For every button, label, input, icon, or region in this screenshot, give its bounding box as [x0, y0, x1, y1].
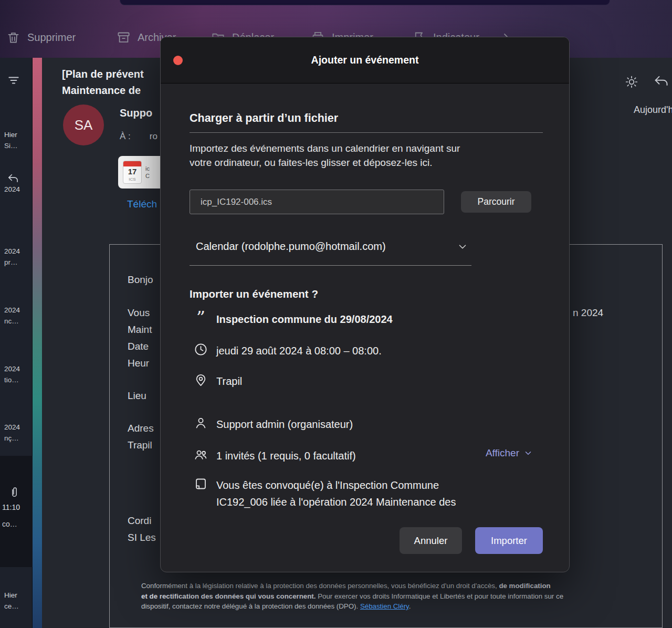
close-button[interactable] — [173, 56, 183, 65]
download-link[interactable]: Téléch — [127, 198, 157, 210]
email-subject: [Plan de prévent Maintenance de — [62, 66, 144, 99]
event-location-row: Trapil — [194, 373, 543, 390]
show-attendees-link[interactable]: Afficher — [486, 447, 533, 459]
event-datetime-row: jeudi 29 août 2024 à 08:00 – 08:00. — [194, 342, 543, 359]
body-fragment: Heur — [128, 358, 149, 369]
wallpaper-strip — [33, 58, 42, 628]
dialog-content: Charger à partir d’un fichier Importez d… — [161, 83, 569, 528]
delete-button[interactable]: Supprimer — [6, 26, 76, 48]
legal-footer: Conformément à la législation relative à… — [141, 581, 640, 612]
chevron-down-icon — [523, 448, 533, 458]
event-datetime: jeudi 29 août 2024 à 08:00 – 08:00. — [216, 342, 382, 359]
filter-icon[interactable] — [7, 74, 20, 87]
list-item[interactable]: Hier ce… — [0, 590, 33, 612]
list-item-snippet: Si… — [4, 140, 33, 151]
list-item[interactable]: 2024 pr… — [0, 246, 33, 268]
list-item-selected[interactable]: 11:10 co… — [0, 456, 33, 567]
email-timestamp: Aujourd'hui — [634, 104, 672, 116]
section-divider — [190, 132, 543, 133]
list-item-time: 2024 — [4, 363, 33, 374]
event-attendees: 1 invités (1 requis, 0 facultatif) — [216, 447, 356, 464]
calendar-select-value: Calendar (rodolphe.pumo@hotmail.com) — [196, 240, 386, 253]
dialog-title: Ajouter un événement — [161, 54, 569, 66]
chevron-down-icon — [457, 241, 468, 253]
list-item-snippet: tio… — [4, 374, 33, 385]
list-item-time: 2024 — [4, 305, 33, 316]
event-title-row: ” Inspection commune du 29/08/2024 — [194, 311, 543, 328]
body-fragment: Lieu — [128, 390, 146, 402]
list-item-time: Hier — [4, 590, 33, 601]
event-organizer: Support admin (organisateur) — [216, 416, 353, 433]
list-item-snippet: co… — [2, 520, 17, 528]
cancel-button[interactable]: Annuler — [400, 527, 462, 554]
list-item-time: 2024 — [4, 422, 33, 433]
attachment-chip[interactable]: 17 ics ic C — [118, 156, 166, 189]
people-icon — [194, 447, 208, 462]
list-item[interactable]: Hier Si… — [0, 129, 33, 151]
sender-name: Suppo — [120, 107, 152, 119]
import-button[interactable]: Importer — [475, 527, 543, 554]
event-note-row: Vous êtes convoqué(e) à l'Inspection Com… — [194, 477, 543, 511]
import-question-heading: Importer un événement ? — [190, 288, 543, 300]
calendar-select[interactable]: Calendar (rodolphe.pumo@hotmail.com) — [190, 240, 471, 266]
note-icon — [194, 477, 208, 491]
upload-section-heading: Charger à partir d’un fichier — [190, 112, 543, 125]
list-item[interactable]: 2024 nc… — [0, 305, 33, 327]
body-fragment: Bonjo — [128, 274, 153, 286]
body-fragment: SI Les — [128, 532, 156, 543]
list-item-time: 2024 — [4, 184, 33, 195]
body-fragment: Trapil — [128, 439, 152, 451]
event-title: Inspection commune du 29/08/2024 — [216, 311, 393, 328]
browse-button[interactable]: Parcourir — [461, 191, 531, 213]
dialog-titlebar: Ajouter un événement — [161, 37, 569, 83]
list-item[interactable]: 2024 tio… — [0, 363, 33, 385]
body-fragment: Adres — [128, 423, 154, 434]
archive-icon — [117, 30, 131, 45]
reply-icon[interactable] — [653, 74, 669, 88]
file-row: Parcourir — [190, 190, 543, 214]
list-item-time: 11:10 — [2, 503, 20, 511]
event-location: Trapil — [216, 373, 242, 390]
list-item-snippet: pr… — [4, 257, 33, 268]
body-fragment: Cordi — [128, 515, 151, 527]
location-pin-icon — [194, 373, 208, 387]
attendees-row: 1 invités (1 requis, 0 facultatif) Affic… — [194, 447, 547, 464]
body-fragment: n 2024 — [573, 307, 603, 319]
body-fragment: Maint — [128, 324, 152, 336]
list-item-time: Hier — [4, 129, 33, 140]
body-fragment: Date — [128, 341, 149, 352]
trash-icon — [6, 30, 20, 45]
to-row: À :ro — [120, 131, 158, 142]
message-list: Hier Si… 2024 2024 pr… 2024 nc… 2024 tio… — [0, 58, 33, 628]
paperclip-icon — [8, 486, 20, 499]
list-item[interactable]: 2024 — [0, 173, 33, 195]
ics-day: 17 — [123, 166, 141, 177]
list-item-time: 2024 — [4, 246, 33, 257]
attachment-name: ic C — [145, 165, 150, 180]
person-icon — [194, 416, 208, 430]
upload-description: Importez des événements dans un calendri… — [190, 141, 543, 170]
dialog-actions: Annuler Importer — [400, 527, 543, 554]
subject-line-2: Maintenance de — [62, 82, 144, 99]
organizer-row: Support admin (organisateur) — [194, 416, 543, 433]
ics-ext: ics — [123, 177, 141, 182]
file-input[interactable] — [190, 190, 444, 214]
event-note: Vous êtes convoqué(e) à l'Inspection Com… — [216, 477, 456, 511]
delete-label: Supprimer — [27, 32, 76, 44]
add-event-dialog: Ajouter un événement Charger à partir d’… — [160, 37, 570, 572]
to-value: ro — [150, 131, 158, 141]
quote-icon: ” — [194, 311, 208, 325]
list-item-snippet: nc… — [4, 316, 33, 327]
clock-icon — [194, 342, 208, 357]
reply-arrow-icon — [7, 173, 33, 183]
ics-calendar-icon: 17 ics — [123, 161, 142, 184]
to-label: À : — [120, 131, 131, 141]
theme-toggle-icon[interactable] — [625, 75, 638, 89]
avatar[interactable]: SA — [63, 104, 104, 145]
subject-line-1: [Plan de prévent — [62, 66, 144, 82]
list-item-snippet: ce… — [4, 601, 33, 612]
search-bar[interactable] — [120, 0, 610, 5]
dpo-link[interactable]: Sébastien Cléry — [360, 602, 409, 610]
screen: Supprimer Archiver Déplacer Imprimer Ind — [0, 0, 672, 628]
list-item[interactable]: 2024 nç… — [0, 422, 33, 444]
